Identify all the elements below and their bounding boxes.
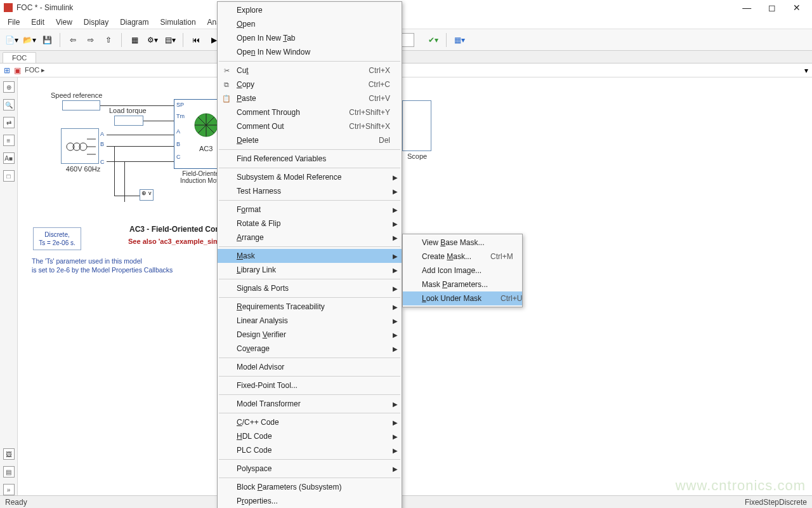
menu-simulation[interactable]: Simulation [155, 17, 201, 28]
new-button[interactable]: 📄▾ [4, 32, 19, 48]
wire [114, 196, 140, 196]
context-item-format[interactable]: Format▶ [218, 203, 402, 217]
annotation-icon[interactable]: A■ [3, 152, 15, 164]
maximize-button[interactable]: ◻ [761, 3, 783, 13]
context-item-delete[interactable]: DeleteDel [218, 133, 402, 147]
context-item-model-advisor[interactable]: Model Advisor [218, 360, 402, 374]
context-item-model-transformer[interactable]: Model Transformer▶ [218, 397, 402, 411]
context-item-fixed-point-tool-[interactable]: Fixed-Point Tool... [218, 378, 402, 392]
menu-display[interactable]: Display [79, 17, 114, 28]
menu-item-label: Mask [237, 251, 390, 260]
status-bar: Ready 100% FixedStepDiscrete [0, 495, 812, 508]
context-item-hdl-code[interactable]: HDL Code▶ [218, 429, 402, 443]
menu-item-label: Subsystem & Model Reference [237, 173, 390, 182]
separator [446, 33, 447, 47]
context-item-library-link[interactable]: Library Link▶ [218, 263, 402, 277]
context-item-find-referenced-variables[interactable]: Find Referenced Variables [218, 152, 402, 166]
mask-item-look-under-mask[interactable]: Look Under MaskCtrl+U [403, 291, 522, 305]
up-button[interactable]: ⇧ [101, 32, 116, 48]
menu-item-label: Arrange [237, 233, 390, 242]
scope-block[interactable] [402, 100, 431, 151]
model-icon[interactable]: ▣ [14, 66, 21, 75]
menu-edit[interactable]: Edit [26, 17, 49, 28]
context-item-signals-ports[interactable]: Signals & Ports▶ [218, 281, 402, 295]
context-item-c-c-code[interactable]: C/C++ Code▶ [218, 415, 402, 429]
three-phase-source-block[interactable] [61, 128, 99, 164]
port-a2: A [176, 128, 180, 135]
context-item-comment-through[interactable]: Comment ThroughCtrl+Shift+Y [218, 105, 402, 119]
minimize-button[interactable]: — [735, 3, 758, 13]
context-item-linear-analysis[interactable]: Linear Analysis▶ [218, 314, 402, 328]
menu-item-label: Design Verifier [237, 330, 390, 339]
menu-separator [219, 394, 400, 395]
zoom-fit-icon[interactable]: ⊕ [3, 81, 15, 93]
discrete-note[interactable]: Discrete, Ts = 2e-06 s. [33, 227, 81, 250]
open-button[interactable]: 📂▾ [22, 32, 37, 48]
context-item-coverage[interactable]: Coverage▶ [218, 342, 402, 356]
mask-item-mask-parameters-[interactable]: Mask Parameters... [403, 277, 522, 291]
context-item-rotate-flip[interactable]: Rotate & Flip▶ [218, 217, 402, 231]
config-button[interactable]: ⚙▾ [145, 32, 160, 48]
menu-item-shortcut: Del [379, 136, 390, 145]
port-c2: C [176, 154, 181, 160]
forward-button[interactable]: ⇨ [83, 32, 98, 48]
mask-item-create-mask-[interactable]: Create Mask...Ctrl+M [403, 250, 522, 264]
image-icon[interactable]: 🖼 [3, 448, 15, 460]
viewport-icon[interactable]: □ [3, 170, 15, 182]
speed-reference-block[interactable] [62, 100, 100, 110]
swap-icon[interactable]: ⇄ [3, 117, 15, 128]
model-badge-icon[interactable]: ⊞ [4, 66, 10, 75]
context-item-design-verifier[interactable]: Design Verifier▶ [218, 328, 402, 342]
context-item-open-in-new-window[interactable]: Open In New Window [218, 45, 402, 59]
context-item-block-parameters-subsystem-[interactable]: Block Parameters (Subsystem) [218, 480, 402, 494]
load-torque-block[interactable] [114, 116, 143, 126]
close-button[interactable]: ✕ [785, 3, 808, 13]
submenu-arrow-icon: ▶ [393, 304, 398, 311]
explorer-button[interactable]: ▤▾ [162, 32, 178, 48]
context-item-plc-code[interactable]: PLC Code▶ [218, 443, 402, 457]
context-item-polyspace[interactable]: Polyspace▶ [218, 462, 402, 476]
menu-item-label: Library Link [237, 265, 390, 274]
save-button[interactable]: 💾 [39, 32, 55, 48]
context-item-comment-out[interactable]: Comment OutCtrl+Shift+X [218, 119, 402, 133]
dropdown-icon[interactable]: ▾ [804, 66, 808, 75]
menu-item-label: Paste [237, 94, 350, 103]
context-item-properties-[interactable]: Properties... [218, 494, 402, 508]
step-back-button[interactable]: ⏮ [188, 32, 204, 48]
mask-item-view-base-mask-[interactable]: View Base Mask... [403, 236, 522, 250]
context-item-arrange[interactable]: Arrange▶ [218, 231, 402, 244]
context-item-requirements-traceability[interactable]: Requirements Traceability▶ [218, 300, 402, 314]
list-icon[interactable]: ≡ [3, 135, 15, 146]
context-item-copy[interactable]: ⧉CopyCtrl+C [218, 77, 402, 91]
breadcrumb[interactable]: FOC ▸ [25, 66, 45, 74]
context-item-test-harness[interactable]: Test Harness▶ [218, 184, 402, 198]
back-button[interactable]: ⇦ [65, 32, 81, 48]
menu-separator [219, 200, 400, 201]
menu-separator [219, 61, 400, 62]
mask-item-add-icon-image-[interactable]: Add Icon Image... [403, 264, 522, 277]
expand-icon[interactable]: » [3, 484, 15, 495]
table-icon[interactable]: ▤ [3, 466, 15, 478]
tab-foc[interactable]: FOC [3, 52, 36, 63]
menu-view[interactable]: View [51, 17, 77, 28]
mask-submenu: View Base Mask...Create Mask...Ctrl+MAdd… [402, 234, 523, 307]
context-item-cut[interactable]: ✂CutCtrl+X [218, 64, 402, 77]
context-item-subsystem-model-reference[interactable]: Subsystem & Model Reference▶ [218, 170, 402, 184]
menu-item-shortcut: Ctrl+U [501, 294, 522, 303]
menu-item-label: Mask Parameters... [422, 280, 511, 289]
context-item-mask[interactable]: Mask▶ [218, 249, 402, 263]
context-item-paste[interactable]: 📋PasteCtrl+V [218, 91, 402, 105]
signal-button[interactable]: ▦▾ [452, 32, 467, 48]
menu-item-label: Comment Out [237, 122, 330, 131]
context-item-open[interactable]: Open [218, 17, 402, 31]
menu-file[interactable]: File [3, 17, 25, 28]
context-item-explore[interactable]: Explore [218, 3, 402, 17]
menu-separator [219, 478, 400, 478]
zoom-icon[interactable]: 🔍 [3, 99, 15, 110]
menu-diagram[interactable]: Diagram [115, 17, 154, 28]
menu-item-label: Test Harness [237, 187, 390, 196]
voltage-measurement-block[interactable]: ⊕ v [140, 189, 154, 201]
library-button[interactable]: ▦ [127, 32, 142, 48]
context-item-open-in-new-tab[interactable]: Open In New Tab [218, 31, 402, 45]
check-button[interactable]: ✔▾ [426, 32, 441, 48]
